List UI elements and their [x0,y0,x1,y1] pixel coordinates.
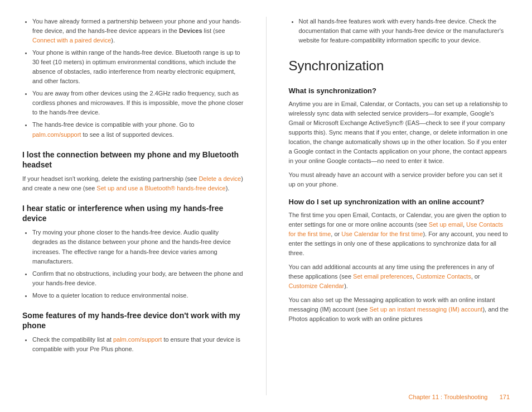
setup-bluetooth-link[interactable]: Set up and use a Bluetooth® hands-free d… [96,185,225,191]
how-setup-sync-body2: You can add additional accounts at any t… [289,262,510,291]
connect-paired-link[interactable]: Connect with a paired device [32,37,111,44]
list-item: The hands-free device is compatible with… [32,120,244,139]
setup-im-link[interactable]: Set up an instant messaging (IM) account [369,306,482,313]
palm-support-link-1[interactable]: palm.com/support [32,131,81,138]
list-item: Your phone is within range of the hands-… [32,48,244,86]
what-is-sync-body2: You must already have an account with a … [289,170,510,189]
footer-separator [491,392,496,402]
how-setup-sync-body1: The first time you open Email, Contacts,… [289,210,510,258]
list-item: Move to a quieter location to reduce env… [32,291,244,300]
right-top-bullet-section: Not all hands-free features work with ev… [289,17,510,45]
synchronization-section: Synchronization What is synchronization?… [289,55,510,324]
customize-calendar-link[interactable]: Customize Calendar [289,282,345,289]
customize-contacts-link[interactable]: Customize Contacts [416,273,471,280]
footer-chapter: Chapter 11 : Troubleshooting [409,392,488,402]
static-bullet-list: Try moving your phone closer to the hand… [22,228,244,300]
set-email-prefs-link[interactable]: Set email preferences [353,273,413,280]
how-setup-sync-body3: You can also set up the Messaging applic… [289,295,510,324]
features-not-work-heading: Some features of my hands-free device do… [22,310,244,330]
what-is-sync-body1: Anytime you are in Email, Calendar, or C… [289,99,510,166]
footer-page: 171 [500,392,510,402]
use-calendar-link[interactable]: Use Calendar for the first time [341,231,423,237]
right-column: Not all hands-free features work with ev… [289,17,510,395]
bluetooth-headset-body: If your headset isn't working, delete th… [22,174,244,193]
list-item: Check the compatibility list at palm.com… [32,335,244,354]
column-divider [266,17,267,395]
footer: Chapter 11 : Troubleshooting 171 [409,392,510,402]
setup-email-link[interactable]: Set up email [429,221,463,228]
right-top-bullet-list: Not all hands-free features work with ev… [289,17,510,45]
features-bullet-list: Check the compatibility list at palm.com… [22,335,244,354]
list-item: You have already formed a partnership be… [32,17,244,45]
bluetooth-headset-heading: I lost the connection between my phone a… [22,150,244,170]
top-bullets-section: You have already formed a partnership be… [22,17,244,140]
list-item: Not all hands-free features work with ev… [299,17,510,45]
what-is-sync-heading: What is synchronization? [289,86,510,96]
static-interference-section: I hear static or interference when using… [22,203,244,300]
list-item: Confirm that no obstructions, including … [32,269,244,288]
palm-support-link-2[interactable]: palm.com/support [113,336,162,343]
list-item: You are away from other devices using th… [32,89,244,117]
how-setup-sync-heading: How do I set up synchronization with an … [289,197,510,207]
top-bullet-list: You have already formed a partnership be… [22,17,244,140]
list-item: Try moving your phone closer to the hand… [32,228,244,266]
left-column: You have already formed a partnership be… [22,17,244,395]
delete-device-link[interactable]: Delete a device [199,175,241,182]
features-not-work-section: Some features of my hands-free device do… [22,310,244,354]
sync-title: Synchronization [289,55,510,76]
static-interference-heading: I hear static or interference when using… [22,203,244,223]
bluetooth-headset-section: I lost the connection between my phone a… [22,150,244,193]
